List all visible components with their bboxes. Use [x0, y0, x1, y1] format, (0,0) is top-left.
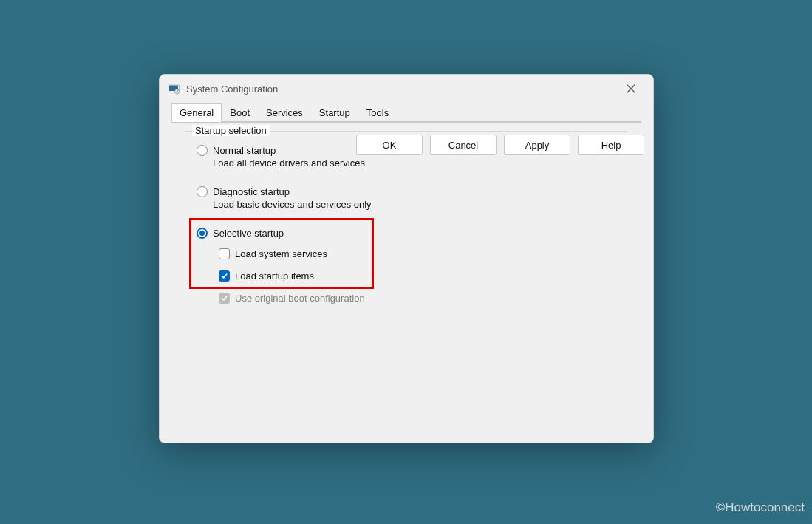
button-label: OK: [383, 140, 397, 151]
tab-label: Startup: [319, 107, 350, 118]
tab-label: Services: [266, 107, 303, 118]
tab-boot[interactable]: Boot: [222, 103, 258, 122]
button-label: Cancel: [448, 140, 478, 151]
tabs: General Boot Services Startup Tools Star…: [166, 103, 647, 129]
tab-startup[interactable]: Startup: [311, 103, 358, 122]
startup-selection-group: Startup selection Normal startup Load al…: [185, 131, 627, 132]
tab-general[interactable]: General: [171, 103, 222, 122]
group-title: Startup selection: [192, 125, 270, 136]
radio-label: Diagnostic startup: [213, 186, 290, 197]
tab-services[interactable]: Services: [258, 103, 311, 122]
option-description: Load basic devices and services only: [213, 197, 372, 210]
option-load-system-services: Load system services: [219, 248, 327, 259]
checkbox-label: Load system services: [235, 248, 327, 259]
apply-button[interactable]: Apply: [504, 135, 570, 155]
radio-diagnostic-startup[interactable]: [197, 186, 208, 197]
tab-label: General: [180, 107, 214, 118]
close-icon: [627, 84, 635, 93]
checkbox-use-original-boot: [219, 293, 230, 304]
ok-button[interactable]: OK: [356, 135, 423, 155]
option-description: Load all device drivers and services: [213, 156, 365, 169]
option-diagnostic-startup: Diagnostic startup Load basic devices an…: [197, 186, 372, 210]
system-configuration-dialog: System Configuration General Boot Servic…: [159, 74, 654, 443]
checkbox-load-startup-items[interactable]: [219, 270, 230, 282]
button-label: Apply: [525, 140, 550, 151]
checkbox-label: Load startup items: [235, 270, 314, 282]
app-icon: [167, 82, 180, 95]
button-label: Help: [601, 140, 621, 151]
radio-normal-startup[interactable]: [197, 145, 208, 156]
tab-label: Tools: [366, 107, 389, 118]
tab-tools[interactable]: Tools: [358, 103, 397, 122]
option-normal-startup: Normal startup Load all device drivers a…: [197, 145, 365, 169]
option-use-original-boot: Use original boot configuration: [219, 293, 365, 304]
radio-label: Selective startup: [213, 228, 284, 239]
option-selective-startup: Selective startup: [197, 228, 284, 239]
checkbox-load-system-services[interactable]: [219, 248, 230, 259]
radio-label: Normal startup: [213, 145, 276, 156]
tab-label: Boot: [230, 107, 250, 118]
close-button[interactable]: [616, 78, 646, 99]
cancel-button[interactable]: Cancel: [430, 135, 497, 155]
window-title: System Configuration: [186, 84, 616, 95]
titlebar: System Configuration: [160, 75, 653, 101]
help-button[interactable]: Help: [578, 135, 644, 155]
option-load-startup-items: Load startup items: [219, 270, 314, 282]
checkbox-label: Use original boot configuration: [235, 293, 365, 304]
watermark: ©Howtoconnect: [716, 500, 805, 515]
radio-selective-startup[interactable]: [197, 228, 208, 239]
